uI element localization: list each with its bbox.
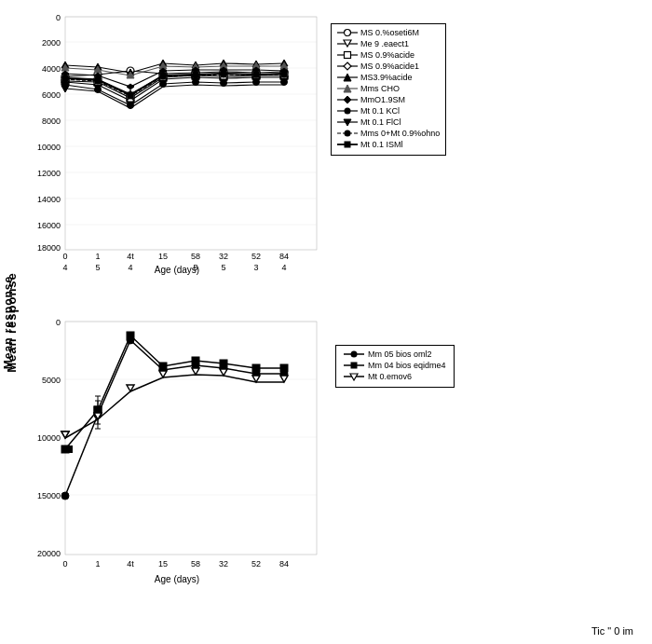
svg-text:52: 52 [251,252,261,261]
svg-text:0: 0 [56,318,61,327]
svg-text:1: 1 [95,252,100,261]
svg-rect-114 [193,72,199,78]
svg-text:58: 58 [191,252,200,261]
svg-marker-138 [344,96,351,103]
svg-text:2000: 2000 [42,38,61,48]
bottom-watermark: Tic " 0 im [591,625,633,637]
legend-item-4: MS 0.9%acide1 [337,62,440,71]
bottom-chart-legend: MS 0.%oseti6M Me 9 .eaect1 MS 0.9%acide … [331,23,446,156]
svg-text:10000: 10000 [37,433,61,443]
svg-text:8000: 8000 [42,116,61,126]
svg-text:4: 4 [128,263,132,272]
legend-item-5: MS3.9%acide [337,73,440,82]
svg-rect-130 [345,52,351,59]
svg-rect-187 [192,357,199,364]
svg-text:4000: 4000 [42,64,61,74]
legend-item-8: Mt 0.1 KCl [337,106,440,116]
svg-rect-183 [61,445,69,453]
svg-text:0: 0 [62,559,67,569]
svg-text:0: 0 [62,252,67,261]
svg-rect-190 [280,364,288,372]
svg-text:84: 84 [279,559,289,569]
svg-rect-189 [252,364,260,372]
svg-text:32: 32 [219,252,228,261]
svg-text:5: 5 [221,263,225,272]
svg-text:12000: 12000 [37,169,61,178]
svg-text:20000: 20000 [37,549,61,558]
svg-text:18000: 18000 [37,243,61,253]
svg-text:15: 15 [158,559,168,569]
svg-text:15000: 15000 [37,491,61,500]
svg-rect-146 [345,142,351,148]
svg-rect-185 [127,332,134,339]
svg-rect-110 [62,75,69,82]
svg-text:4t: 4t [127,559,134,569]
svg-text:6000: 6000 [42,90,61,100]
svg-rect-188 [220,360,227,367]
svg-rect-115 [221,71,227,77]
svg-marker-132 [344,62,351,70]
svg-text:Age (days): Age (days) [155,574,199,584]
svg-rect-147 [65,322,317,555]
svg-text:1: 1 [95,559,100,569]
legend-item-3: MS 0.9%acide [337,50,440,60]
svg-text:5: 5 [95,263,100,272]
svg-text:32: 32 [219,559,228,569]
top-legend-item-1: Mm 05 bios oml2 [344,349,446,359]
svg-text:4: 4 [281,263,286,272]
svg-text:0: 0 [56,13,61,22]
main-container: Mean response 0 2000 4000 6000 8000 1000… [0,0,652,644]
legend-item-1: MS 0.%oseti6M [337,28,440,37]
svg-text:4: 4 [62,263,67,272]
top-chart-legend: Mm 05 bios oml2 Mm 04 bios eqidme4 Mt 0.… [335,345,455,388]
svg-rect-112 [128,92,134,99]
svg-text:58: 58 [191,559,200,569]
svg-text:84: 84 [279,252,289,261]
svg-rect-203 [351,363,358,369]
legend-item-6: Mms CHO [337,84,440,93]
svg-rect-111 [95,77,102,84]
svg-text:5: 5 [193,263,197,272]
legend-item-7: MmO1.9SM [337,95,440,104]
legend-item-10: Mms 0+Mt 0.9%ohno [337,129,440,138]
svg-text:52: 52 [251,559,261,569]
svg-text:4t: 4t [127,252,134,261]
legend-item-11: Mt 0.1 ISMl [337,140,440,149]
svg-rect-117 [281,71,288,77]
svg-text:15: 15 [158,252,168,261]
svg-text:16000: 16000 [37,221,61,230]
svg-text:14000: 14000 [37,195,61,204]
svg-point-140 [345,108,351,115]
legend-item-2: Me 9 .eaect1 [337,39,440,48]
top-legend-item-2: Mm 04 bios eqidme4 [344,361,446,370]
svg-point-126 [345,30,351,36]
svg-point-144 [345,130,351,137]
legend-item-9: Mt 0.1 FlCl [337,117,440,127]
svg-point-169 [61,492,69,500]
svg-text:5000: 5000 [42,376,61,385]
svg-rect-113 [160,73,167,79]
svg-rect-186 [159,363,167,370]
svg-rect-0 [65,17,317,250]
y-axis-label-vertical: Mean response [5,272,19,373]
svg-text:10000: 10000 [37,143,61,152]
svg-rect-116 [253,72,260,78]
svg-text:3: 3 [253,263,258,272]
svg-point-201 [351,351,358,358]
top-legend-item-3: Mt 0.emov6 [344,372,446,381]
